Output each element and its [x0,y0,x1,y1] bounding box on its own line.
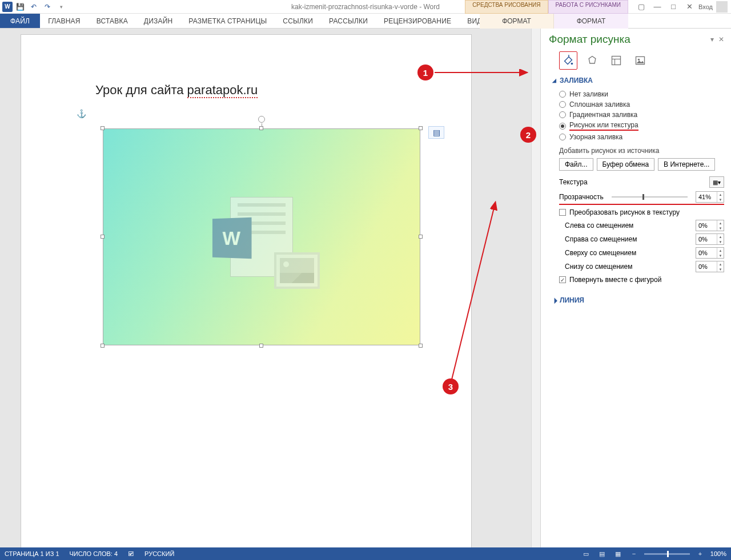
picture-tab-icon[interactable] [633,54,647,67]
web-layout-icon[interactable]: ▦ [612,549,624,559]
avatar[interactable] [716,1,728,13]
tab-format-picture[interactable]: ФОРМАТ [554,14,628,29]
svg-point-2 [571,63,573,65]
taskpane-title: Формат рисунка [549,33,706,46]
fill-solid-radio[interactable]: Сплошная заливка [559,100,724,108]
spinner-down-icon: ▼ [717,197,724,202]
page-heading: Урок для сайта paratapok.ru [95,83,258,98]
offset-right-input[interactable]: 0%▲▼ [696,233,724,245]
section-line-toggle[interactable]: ◢ ЛИНИЯ [552,296,724,304]
collapse-icon: ◢ [552,78,556,83]
tab-layout[interactable]: РАЗМЕТКА СТРАНИЦЫ [180,14,275,28]
insert-from-online-button[interactable]: В Интернете... [658,158,715,171]
document-area[interactable]: Урок для сайта paratapok.ru ⚓ W [0,29,531,547]
vertical-scrollbar[interactable] [531,29,540,547]
tab-file[interactable]: ФАЙЛ [0,14,40,28]
title-bar: W 💾 ↶ ↷ ▾ kak-izmenit-prozrachnost-risun… [0,0,731,14]
add-picture-label: Добавить рисунок из источника [559,147,724,155]
rotate-with-shape-checkbox[interactable]: ✓Повернуть вместе с фигурой [559,276,724,284]
effects-tab-icon[interactable] [585,54,599,67]
window-title: kak-izmenit-prozrachnost-risunka-v-vorde… [291,3,440,11]
fill-picture-radio[interactable]: Рисунок или текстура [559,121,724,131]
offset-right-label: Справа со смещением [559,235,696,243]
word-app-icon: W [2,2,13,12]
save-icon[interactable]: 💾 [14,1,26,13]
resize-handle[interactable] [259,126,263,130]
status-bar: СТРАНИЦА 1 ИЗ 1 ЧИСЛО СЛОВ: 4 🗹 РУССКИЙ … [0,547,731,560]
svg-rect-3 [612,57,621,65]
status-page[interactable]: СТРАНИЦА 1 ИЗ 1 [5,550,59,557]
annotation-3: 3 [443,378,459,394]
expand-icon: ◢ [551,297,557,304]
offset-bottom-input[interactable]: 0%▲▼ [696,261,724,272]
zoom-out-icon[interactable]: − [628,549,640,559]
annotation-2: 2 [520,127,536,143]
insert-from-file-button[interactable]: Файл... [559,158,593,171]
texture-label: Текстура [559,178,588,186]
resize-handle[interactable] [259,344,263,348]
minimize-icon[interactable]: — [650,1,664,13]
ribbon-options-icon[interactable]: ▢ [634,1,648,13]
redo-icon[interactable]: ↷ [41,1,54,13]
login-label[interactable]: Вход [698,3,713,10]
status-word-count[interactable]: ЧИСЛО СЛОВ: 4 [70,550,118,557]
zoom-in-icon[interactable]: + [694,549,706,559]
annotation-1: 1 [417,65,433,80]
tile-checkbox[interactable]: Преобразовать рисунок в текстуру [559,208,724,216]
resize-handle[interactable] [101,235,105,239]
texture-dropdown[interactable]: ▦▾ [709,176,724,188]
context-tab-picture-tools: РАБОТА С РИСУНКАМИ [548,0,628,14]
transparency-slider[interactable] [612,196,688,198]
fill-gradient-radio[interactable]: Градиентная заливка [559,111,724,119]
status-proofing-icon[interactable]: 🗹 [128,550,134,557]
tab-mailings[interactable]: РАССЫЛКИ [321,14,376,28]
format-picture-pane: Формат рисунка ▾ ✕ ◢ ЗАЛИВКА Нет заливки [540,29,731,547]
annotation-arrow-3 [338,149,498,394]
offset-bottom-label: Снизу со смещением [559,263,696,271]
tab-design[interactable]: ДИЗАЙН [136,14,181,28]
offset-top-input[interactable]: 0%▲▼ [696,247,724,259]
zoom-level[interactable]: 100% [710,550,726,557]
spinner-up-icon: ▲ [717,192,724,197]
maximize-icon[interactable]: □ [666,1,680,13]
undo-icon[interactable]: ↶ [27,1,40,13]
fill-none-radio[interactable]: Нет заливки [559,90,724,98]
transparency-row: Прозрачность 41% ▲▼ [559,191,724,205]
insert-from-clipboard-button[interactable]: Буфер обмена [597,158,655,171]
tab-home[interactable]: ГЛАВНАЯ [40,14,88,28]
qat-customize-icon[interactable]: ▾ [55,1,67,13]
tab-format-drawing[interactable]: ФОРМАТ [480,14,554,29]
transparency-label: Прозрачность [559,193,604,201]
tab-review[interactable]: РЕЦЕНЗИРОВАНИЕ [376,14,459,28]
shape-content-graphic: W [230,197,293,277]
read-mode-icon[interactable]: ▭ [580,549,592,559]
svg-point-7 [638,59,640,61]
print-layout-icon[interactable]: ▤ [596,549,608,559]
anchor-icon: ⚓ [77,109,86,118]
transparency-input[interactable]: 41% ▲▼ [696,191,724,203]
section-fill-toggle[interactable]: ◢ ЗАЛИВКА [552,76,724,84]
close-icon[interactable]: ✕ [682,1,696,13]
resize-handle[interactable] [101,344,105,348]
context-tab-drawing-tools: СРЕДСТВА РИСОВАНИЯ [465,0,548,14]
resize-handle[interactable] [101,126,105,130]
tab-insert[interactable]: ВСТАВКА [89,14,136,28]
fill-line-tab-icon[interactable] [561,54,575,67]
resize-handle[interactable] [419,126,423,130]
rotation-handle[interactable] [258,116,265,123]
taskpane-options-icon[interactable]: ▾ [710,35,714,43]
annotation-arrow-1 [435,65,531,82]
tab-references[interactable]: ССЫЛКИ [275,14,321,28]
layout-options-button[interactable]: ▤ [428,126,444,139]
status-language[interactable]: РУССКИЙ [144,550,174,557]
taskpane-close-icon[interactable]: ✕ [718,35,724,43]
fill-pattern-radio[interactable]: Узорная заливка [559,133,724,141]
document-page: Урок для сайта paratapok.ru ⚓ W [21,34,472,547]
offset-left-label: Слева со смещением [559,221,696,229]
layout-tab-icon[interactable] [609,54,623,67]
offset-top-label: Сверху со смещением [559,249,696,257]
zoom-slider[interactable] [644,553,690,555]
offset-left-input[interactable]: 0%▲▼ [696,220,724,231]
svg-line-1 [449,203,495,389]
